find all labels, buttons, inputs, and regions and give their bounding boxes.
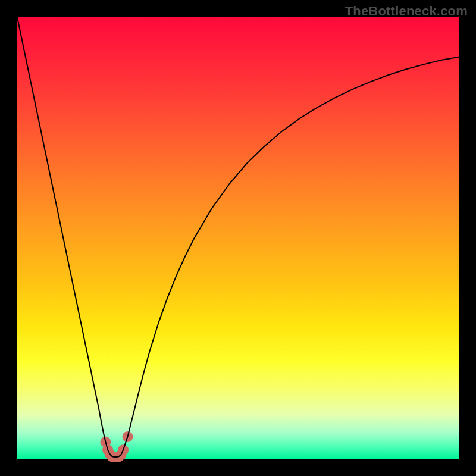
- bottleneck-curve-path: [17, 17, 459, 457]
- outer-frame: TheBottleneck.com: [0, 0, 476, 476]
- bottleneck-curve-chart: [0, 0, 476, 476]
